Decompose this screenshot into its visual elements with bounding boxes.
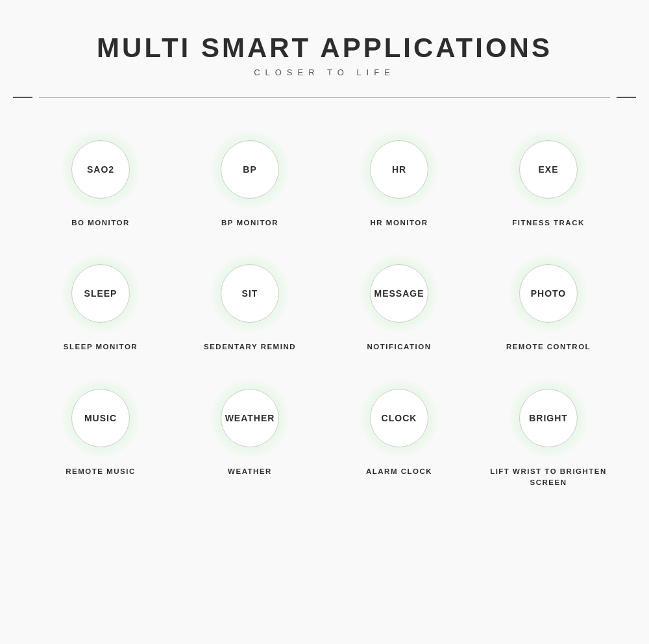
circle-sit: SIT <box>221 264 279 323</box>
circle-sao2: SAO2 <box>71 140 130 199</box>
circle-label-sao2: SAO2 <box>87 164 114 175</box>
circle-music: MUSIC <box>71 389 130 447</box>
circle-wrapper-clock: CLOCK <box>360 379 438 457</box>
app-item-photo: PHOTOREMOTE CONTROL <box>474 242 623 359</box>
circle-wrapper-photo: PHOTO <box>509 254 587 332</box>
app-name-sit: SEDENTARY REMIND <box>204 341 296 353</box>
app-name-music: REMOTE MUSIC <box>66 466 135 477</box>
circle-label-hr: HR <box>392 164 406 175</box>
app-item-hr: HRHR MONITOR <box>324 118 474 235</box>
circle-wrapper-sao2: SAO2 <box>62 130 140 208</box>
app-item-bright: BRIGHTLIFT WRIST TO BRIGHTEN SCREEN <box>474 366 623 495</box>
circle-wrapper-bright: BRIGHT <box>509 379 587 457</box>
circle-clock: CLOCK <box>370 389 428 447</box>
app-item-sleep: SLEEPSLEEP MONITOR <box>26 242 175 359</box>
divider-left-tick <box>13 97 32 98</box>
circle-sleep: SLEEP <box>71 264 130 323</box>
apps-grid: SAO2BO MONITORBPBP MONITORHRHR MONITOREX… <box>13 111 636 501</box>
app-name-bp: BP MONITOR <box>221 217 278 229</box>
app-item-music: MUSICREMOTE MUSIC <box>26 366 175 495</box>
page-header: MULTI SMART APPLICATIONS CLOSER TO LIFE <box>97 0 552 90</box>
divider-right-tick <box>617 97 636 98</box>
circle-message: MESSAGE <box>370 264 428 323</box>
app-name-exe: FITNESS TRACK <box>512 217 585 229</box>
circle-wrapper-exe: EXE <box>509 130 587 208</box>
circle-wrapper-sleep: SLEEP <box>62 254 140 332</box>
app-name-clock: ALARM CLOCK <box>366 466 432 477</box>
circle-exe: EXE <box>519 140 578 199</box>
circle-label-bp: BP <box>243 164 256 175</box>
circle-wrapper-message: MESSAGE <box>360 254 438 332</box>
circle-wrapper-sit: SIT <box>211 254 289 332</box>
circle-label-weather: WEATHER <box>225 413 275 423</box>
circle-label-sit: SIT <box>242 288 258 299</box>
circle-bp: BP <box>221 140 279 199</box>
circle-photo: PHOTO <box>519 264 578 323</box>
circle-label-music: MUSIC <box>84 413 117 423</box>
sub-title: CLOSER TO LIFE <box>97 68 552 77</box>
app-name-weather: WEATHER <box>228 466 272 477</box>
circle-label-exe: EXE <box>538 164 558 175</box>
circle-wrapper-bp: BP <box>211 130 289 208</box>
circle-hr: HR <box>370 140 428 199</box>
circle-wrapper-music: MUSIC <box>62 379 140 457</box>
circle-weather: WEATHER <box>221 389 279 447</box>
main-title: MULTI SMART APPLICATIONS <box>97 32 552 64</box>
circle-label-sleep: SLEEP <box>84 288 117 299</box>
app-item-sit: SITSEDENTARY REMIND <box>175 242 324 359</box>
app-name-sao2: BO MONITOR <box>71 217 130 229</box>
app-name-bright: LIFT WRIST TO BRIGHTEN SCREEN <box>480 466 617 489</box>
circle-label-photo: PHOTO <box>531 288 567 299</box>
app-item-weather: WEATHERWEATHER <box>175 366 324 495</box>
circle-bright: BRIGHT <box>519 389 578 447</box>
circle-wrapper-hr: HR <box>360 130 438 208</box>
app-item-sao2: SAO2BO MONITOR <box>26 118 175 235</box>
app-item-bp: BPBP MONITOR <box>175 118 324 235</box>
circle-label-clock: CLOCK <box>382 413 417 423</box>
app-name-hr: HR MONITOR <box>371 217 428 229</box>
app-item-clock: CLOCKALARM CLOCK <box>324 366 474 495</box>
divider-line <box>39 97 610 98</box>
circle-label-message: MESSAGE <box>374 288 424 299</box>
app-name-sleep: SLEEP MONITOR <box>64 341 138 353</box>
app-name-message: NOTIFICATION <box>367 341 432 353</box>
circle-label-bright: BRIGHT <box>529 413 568 423</box>
app-item-message: MESSAGENOTIFICATION <box>324 242 474 359</box>
circle-wrapper-weather: WEATHER <box>211 379 289 457</box>
app-name-photo: REMOTE CONTROL <box>506 341 591 353</box>
divider <box>13 97 636 98</box>
app-item-exe: EXEFITNESS TRACK <box>474 118 623 235</box>
